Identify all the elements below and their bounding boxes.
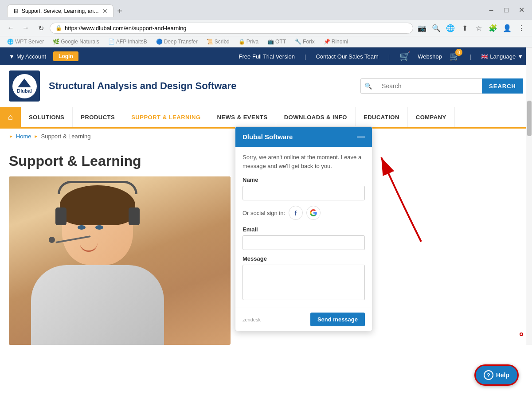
cart-wrapper[interactable]: 🛒 0 — [449, 51, 460, 62]
webshop-icon: 🛒 — [399, 51, 411, 62]
bookmark-google-icon: 🌿 — [53, 39, 59, 45]
bookmark-scribd-label: Scribd — [215, 39, 230, 45]
facebook-signin-button[interactable]: f — [289, 206, 303, 220]
nav-support-label: SUPPORT & LEARNING — [131, 114, 200, 121]
logo-triangle — [18, 78, 31, 87]
profile-button[interactable]: 👤 — [501, 22, 513, 34]
forward-button[interactable]: → — [20, 22, 32, 34]
bookmark-rinomi[interactable]: 📌 Rinomi — [321, 38, 351, 46]
chat-message-input[interactable] — [243, 265, 365, 300]
bookmark-google[interactable]: 🌿 Google Naturals — [50, 38, 102, 46]
google-icon — [310, 209, 317, 216]
menu-button[interactable]: ⋮ — [515, 22, 528, 34]
bookmark-deep-icon: 🔵 — [156, 39, 163, 45]
main-content: Support & Learning — [0, 144, 532, 345]
bookmark-deep[interactable]: 🔵 Deep Transfer — [153, 38, 200, 46]
nav-products-label: PRODUCTS — [81, 114, 115, 121]
reload-button[interactable]: ↻ — [35, 22, 47, 34]
chat-minimize-button[interactable]: — — [357, 132, 365, 141]
extensions-button[interactable]: 🧩 — [487, 22, 499, 34]
login-button[interactable]: Login — [53, 51, 78, 61]
breadcrumb-home[interactable]: Home — [16, 133, 31, 140]
minimize-window-button[interactable]: – — [485, 4, 497, 16]
separator-3: | — [470, 53, 471, 60]
nav-education-label: EDUCATION — [364, 114, 399, 121]
nav-products[interactable]: PRODUCTS — [73, 107, 123, 127]
nav-education[interactable]: EDUCATION — [356, 107, 408, 127]
bookmark-wpt-icon: 🌐 — [7, 39, 14, 45]
free-trial-link[interactable]: Free Full Trial Version — [239, 53, 295, 60]
chat-social-row: Or social sign in: f — [243, 206, 365, 220]
bookmark-scribd[interactable]: 📜 Scribd — [204, 38, 232, 46]
chat-email-input[interactable] — [243, 235, 365, 250]
scrollbar-thumb[interactable] — [527, 101, 532, 136]
browser-chrome: 🖥 Support, Service, Learning, and S ✕ + … — [0, 0, 532, 47]
nav-company[interactable]: COMPANY — [408, 107, 455, 127]
bookmark-ott-icon: 📺 — [267, 39, 274, 45]
language-selector[interactable]: 🇬🇧 Language ▼ — [481, 53, 523, 60]
logo-text: Dlubal — [17, 88, 32, 94]
tab-close-icon[interactable]: ✕ — [102, 8, 108, 15]
translate-button[interactable]: 🌐 — [444, 22, 457, 34]
my-account-menu[interactable]: ▼ My Account — [9, 53, 46, 60]
share-button[interactable]: ⬆ — [458, 22, 471, 34]
search-button[interactable]: 🔍 — [430, 22, 442, 34]
tab-favicon-icon: 🖥 — [13, 8, 19, 15]
search-container: 🔍 SEARCH — [360, 78, 523, 94]
nav-news-events[interactable]: NEWS & EVENTS — [209, 107, 276, 127]
browser-titlebar: 🖥 Support, Service, Learning, and S ✕ + … — [0, 0, 532, 20]
nav-solutions[interactable]: SOLUTIONS — [21, 107, 73, 127]
flag-icon: 🇬🇧 — [481, 53, 488, 60]
bookmark-priva[interactable]: 🔒 Priva — [236, 38, 261, 46]
nav-support-learning[interactable]: SUPPORT & LEARNING — [123, 107, 209, 127]
bookmarks-bar: 🌐 WPT Server 🌿 Google Naturals 📄 AFP Inh… — [0, 36, 532, 47]
site-logo[interactable]: Dlubal — [9, 70, 40, 102]
nav-home-button[interactable]: ⌂ — [0, 107, 21, 127]
browser-tab[interactable]: 🖥 Support, Service, Learning, and S ✕ — [7, 4, 113, 17]
separator-2: | — [388, 53, 390, 60]
bookmark-ott-label: OTT — [275, 39, 286, 45]
help-button-highlight: ? Help — [520, 332, 523, 336]
nav-news-label: NEWS & EVENTS — [217, 114, 268, 121]
send-message-button[interactable]: Send message — [310, 313, 365, 326]
scrollbar[interactable] — [526, 47, 532, 345]
bookmark-wpt[interactable]: 🌐 WPT Server — [4, 38, 47, 46]
chat-message-label: Message — [243, 255, 365, 262]
address-bar[interactable]: 🔒 https://www.dlubal.com/en/support-and-… — [50, 23, 413, 34]
contact-sales-link[interactable]: Contact Our Sales Team — [316, 53, 378, 60]
logo-box: Dlubal — [9, 70, 40, 102]
chat-body: Sorry, we aren't online at the moment. L… — [235, 147, 372, 308]
bookmark-afp[interactable]: 📄 AFP InhaltsB — [106, 38, 150, 46]
chat-popup: Dlubal Software — Sorry, we aren't onlin… — [235, 126, 372, 331]
facebook-icon: f — [295, 209, 297, 217]
chat-offline-message: Sorry, we aren't online at the moment. L… — [243, 153, 365, 170]
bookmark-priva-icon: 🔒 — [239, 39, 245, 45]
back-button[interactable]: ← — [4, 22, 17, 34]
nav-downloads-info[interactable]: DOWNLOADS & INFO — [276, 107, 356, 127]
bookmark-button[interactable]: ☆ — [473, 22, 485, 34]
site-title: Structural Analysis and Design Software — [49, 80, 236, 92]
search-button[interactable]: SEARCH — [482, 78, 523, 94]
search-icon-wrapper: 🔍 — [360, 78, 376, 94]
cart-badge: 0 — [455, 49, 462, 56]
search-icon: 🔍 — [364, 82, 372, 90]
bookmark-ott[interactable]: 📺 OTT — [265, 38, 289, 46]
dropdown-icon: ▼ — [9, 53, 15, 60]
screen-cast-button[interactable]: 📷 — [416, 22, 428, 34]
chat-name-label: Name — [243, 176, 365, 183]
breadcrumb-sep-1: ► — [9, 134, 13, 139]
language-dropdown-icon: ▼ — [517, 53, 523, 60]
close-window-button[interactable]: ✕ — [515, 4, 528, 16]
webshop-link[interactable]: Webshop — [418, 53, 442, 60]
chat-name-input[interactable] — [243, 186, 365, 200]
bookmark-forix[interactable]: 🔧 Forix — [292, 38, 317, 46]
nav-company-label: COMPANY — [416, 114, 446, 121]
site-header: Dlubal Structural Analysis and Design So… — [0, 65, 532, 107]
my-account-label: My Account — [16, 53, 46, 60]
bookmark-rinomi-icon: 📌 — [324, 39, 330, 45]
google-signin-button[interactable] — [306, 206, 321, 220]
restore-window-button[interactable]: □ — [500, 4, 512, 16]
search-input[interactable] — [376, 78, 482, 94]
nav-solutions-label: SOLUTIONS — [29, 114, 64, 121]
new-tab-button[interactable]: + — [113, 5, 126, 17]
